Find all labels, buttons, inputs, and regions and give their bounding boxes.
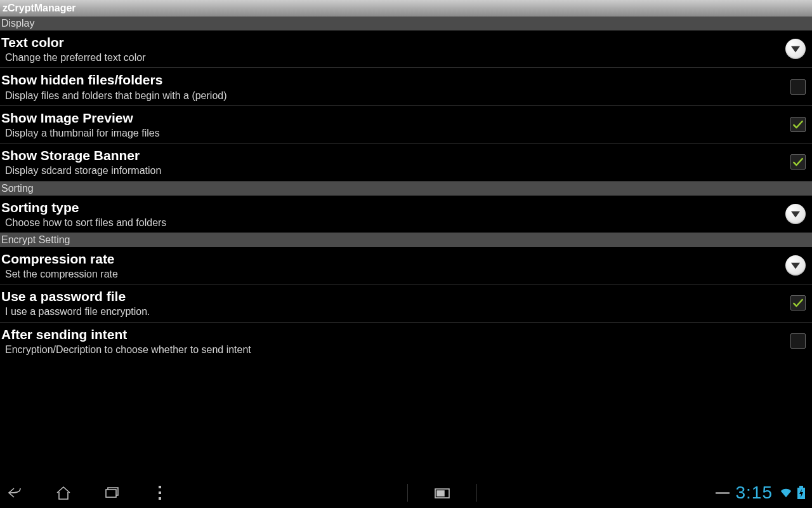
screenshot-button[interactable]	[433, 484, 451, 502]
section-header-display-text: Display	[1, 18, 34, 29]
pref-sorting-type[interactable]: Sorting type Choose how to sort files an…	[0, 196, 812, 233]
status-icons	[779, 486, 806, 500]
pref-control-checkbox[interactable]	[790, 117, 806, 132]
pref-text-container: Show Image Preview Display a thumbnail f…	[1, 110, 784, 139]
pref-compression-rate[interactable]: Compression rate Set the compression rat…	[0, 247, 812, 284]
pref-show-hidden[interactable]: Show hidden files/folders Display files …	[0, 68, 812, 105]
pref-summary: I use a password file encryption.	[1, 305, 784, 318]
more-options-button[interactable]	[151, 484, 169, 502]
pref-title: Text color	[1, 34, 779, 50]
checkbox-icon	[790, 333, 806, 349]
pref-control-checkbox[interactable]	[790, 333, 806, 349]
pref-text-color[interactable]: Text color Change the preferred text col…	[0, 30, 812, 68]
pref-summary: Encryption/Decription to choose whether …	[1, 344, 784, 356]
pref-text-container: Sorting type Choose how to sort files an…	[1, 199, 779, 229]
system-navbar: 3:15	[0, 478, 812, 508]
section-header-encrypt-text: Encrypt Setting	[1, 234, 70, 246]
app-title: zCryptManager	[3, 3, 76, 14]
section-header-encrypt: Encrypt Setting	[0, 233, 812, 247]
pref-title: Use a password file	[1, 288, 784, 304]
clock: 3:15	[736, 483, 773, 503]
pref-summary: Display sdcard storage information	[1, 164, 784, 177]
wifi-icon	[779, 486, 793, 500]
battery-charging-icon	[797, 486, 806, 500]
svg-rect-3	[106, 490, 116, 497]
pref-summary: Choose how to sort files and folders	[1, 217, 779, 229]
section-header-sorting-text: Sorting	[1, 183, 34, 194]
pref-text-container: Compression rate Set the compression rat…	[1, 251, 779, 280]
pref-text-container: Show hidden files/folders Display files …	[1, 72, 784, 101]
checkbox-icon	[790, 295, 806, 311]
checkbox-icon	[790, 79, 806, 95]
svg-rect-5	[437, 491, 444, 496]
pref-text-container: After sending intent Encryption/Decripti…	[1, 326, 784, 356]
notification-minimize-icon	[716, 492, 730, 494]
pref-image-preview[interactable]: Show Image Preview Display a thumbnail f…	[0, 106, 812, 144]
pref-title: Show hidden files/folders	[1, 72, 784, 88]
pref-title: Compression rate	[1, 251, 779, 267]
navbar-left	[6, 484, 169, 502]
pref-text-container: Text color Change the preferred text col…	[1, 34, 779, 64]
pref-title: Show Storage Banner	[1, 147, 784, 163]
pref-text-container: Show Storage Banner Display sdcard stora…	[1, 147, 784, 177]
navbar-right[interactable]: 3:15	[716, 483, 806, 503]
section-header-display: Display	[0, 17, 812, 30]
svg-marker-2	[791, 263, 800, 269]
pref-summary: Display a thumbnail for image files	[1, 127, 784, 139]
app-root: zCryptManager Display Text color Change …	[0, 0, 812, 508]
back-button[interactable]	[6, 484, 24, 502]
pref-title: Sorting type	[1, 199, 779, 215]
svg-rect-7	[799, 486, 803, 488]
pref-summary: Display files and folders that begin wit…	[1, 90, 784, 102]
nav-separator	[407, 484, 408, 502]
navbar-center	[194, 484, 690, 502]
pref-title: Show Image Preview	[1, 110, 784, 126]
pref-title: After sending intent	[1, 326, 784, 342]
pref-control-checkbox[interactable]	[790, 154, 806, 170]
pref-after-sending-intent[interactable]: After sending intent Encryption/Decripti…	[0, 323, 812, 359]
home-button[interactable]	[55, 484, 72, 502]
dropdown-icon	[785, 204, 806, 224]
checkbox-icon	[790, 117, 806, 132]
nav-separator	[476, 484, 477, 502]
dropdown-icon	[785, 255, 806, 276]
pref-control-dropdown[interactable]	[785, 255, 806, 276]
pref-use-password-file[interactable]: Use a password file I use a password fil…	[0, 284, 812, 322]
svg-marker-0	[791, 46, 800, 53]
pref-control-checkbox[interactable]	[790, 295, 806, 311]
recent-apps-button[interactable]	[103, 484, 121, 502]
pref-summary: Change the preferred text color	[1, 51, 779, 64]
svg-marker-1	[791, 211, 800, 217]
checkbox-icon	[790, 154, 806, 170]
dropdown-icon	[785, 39, 806, 59]
pref-text-container: Use a password file I use a password fil…	[1, 288, 784, 318]
preferences-list: Display Text color Change the preferred …	[0, 17, 812, 478]
titlebar: zCryptManager	[0, 0, 812, 17]
section-header-sorting: Sorting	[0, 182, 812, 196]
more-dots-icon	[151, 484, 169, 502]
pref-summary: Set the compression rate	[1, 268, 779, 280]
pref-control-checkbox[interactable]	[790, 79, 806, 95]
pref-storage-banner[interactable]: Show Storage Banner Display sdcard stora…	[0, 144, 812, 181]
pref-control-dropdown[interactable]	[785, 39, 806, 59]
pref-control-dropdown[interactable]	[785, 204, 806, 224]
